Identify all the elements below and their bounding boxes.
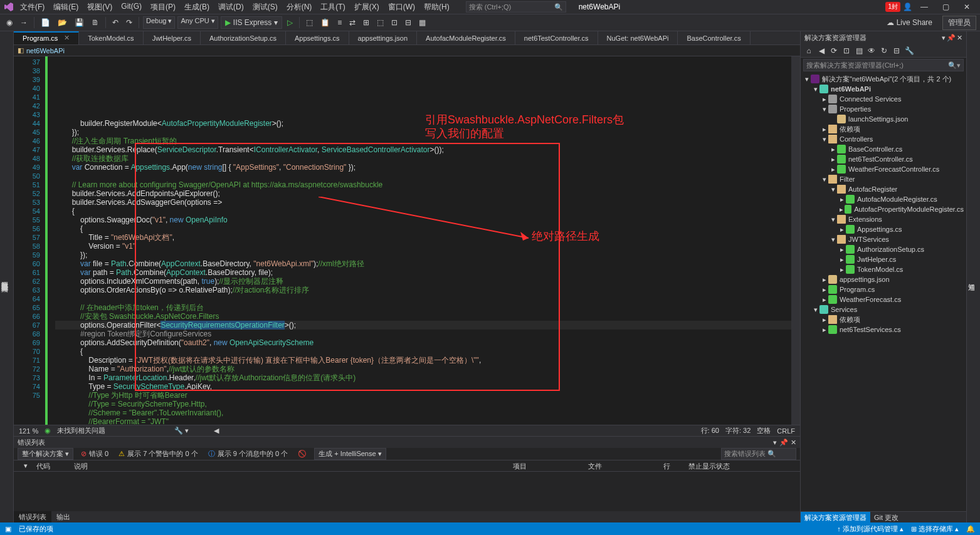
editor-tab[interactable]: net6TestController.cs	[515, 31, 598, 44]
tab-close-icon[interactable]: ✕	[64, 34, 70, 42]
tb-icon-4[interactable]: ⇄	[347, 17, 358, 28]
panel-tab[interactable]: 错误列表	[14, 511, 51, 522]
right-tool-rail[interactable]: 通知	[966, 31, 980, 522]
nav-fwd-icon[interactable]: →	[18, 17, 30, 28]
expand-icon[interactable]: ▸	[838, 205, 845, 214]
menu-item[interactable]: 项目(P)	[147, 1, 179, 14]
nav-left-icon[interactable]: ◀	[214, 427, 219, 435]
code-text-area[interactable]: 引用Swashbuckle.AspNetCore.Filters包 写入我们的配…	[55, 56, 791, 425]
error-col-header[interactable]: 说明	[68, 460, 507, 471]
admin-button[interactable]: 管理员	[942, 16, 976, 30]
editor-tab[interactable]: appsettings.json	[349, 31, 418, 44]
expand-icon[interactable]: ▸	[830, 155, 837, 164]
warnings-filter[interactable]: ⚠展示 7 个警告中的 0 个	[116, 449, 200, 459]
menu-item[interactable]: 扩展(X)	[350, 1, 383, 14]
se-properties-icon[interactable]: 🔧	[904, 45, 915, 56]
menu-item[interactable]: 工具(T)	[317, 1, 349, 14]
tree-item[interactable]: ▸AutofacPropertityModuleRegister.cs	[801, 204, 966, 214]
close-button[interactable]: ✕	[957, 1, 976, 13]
expand-icon[interactable]: ▸	[838, 266, 846, 274]
solution-panel-tab[interactable]: 解决方案资源管理器	[801, 512, 870, 522]
expand-icon[interactable]: ▸	[830, 165, 837, 174]
save-icon[interactable]: 💾	[72, 17, 87, 28]
se-refresh-icon[interactable]: ↻	[878, 45, 890, 56]
error-col-header[interactable]: 文件	[582, 460, 657, 471]
minimize-button[interactable]: —	[915, 1, 934, 13]
tb-icon-9[interactable]: ▦	[416, 17, 428, 28]
tree-item[interactable]: ▸WeatherForecastController.cs	[801, 164, 966, 174]
error-columns-header[interactable]: ▾代码说明项目文件行禁止显示状态	[14, 460, 800, 472]
menu-item[interactable]: 文件(F)	[16, 1, 48, 14]
expand-icon[interactable]: ▾	[803, 75, 811, 83]
tree-item[interactable]: ▾解决方案"net6WebApi"(2 个项目，共 2 个)	[801, 74, 966, 84]
build-filter-selector[interactable]: 生成 + IntelliSense ▾	[314, 448, 386, 460]
account-icon[interactable]: 👤	[903, 3, 912, 11]
editor-tab[interactable]: Appsettings.cs	[286, 31, 349, 44]
expand-icon[interactable]: ▾	[812, 306, 819, 314]
se-collapse-icon[interactable]: ⊟	[891, 45, 902, 56]
tree-item[interactable]: ▸Appsettings.cs	[801, 224, 966, 234]
panel-dropdown-icon[interactable]: ▾	[942, 34, 946, 42]
minimap-scrollbar[interactable]	[791, 56, 800, 425]
tree-item[interactable]: launchSettings.json	[801, 114, 966, 124]
editor-tab[interactable]: BaseController.cs	[678, 31, 750, 44]
expand-icon[interactable]: ▸	[838, 246, 846, 254]
save-all-icon[interactable]: 🗎	[89, 17, 102, 28]
menu-item[interactable]: 视图(V)	[83, 1, 116, 14]
tree-item[interactable]: ▸TokenModel.cs	[801, 264, 966, 274]
expand-icon[interactable]: ▸	[821, 316, 828, 324]
se-scope-icon[interactable]: ⊡	[841, 45, 852, 56]
expand-icon[interactable]: ▾	[830, 236, 837, 244]
solution-tree[interactable]: ▾解决方案"net6WebApi"(2 个项目，共 2 个)▾net6WebAP…	[801, 73, 966, 511]
breadcrumb-bar[interactable]: ◧ net6WebAPi	[14, 45, 800, 56]
tb-icon-1[interactable]: ⬚	[303, 17, 315, 28]
tree-item[interactable]: ▸依赖项	[801, 314, 966, 325]
search-icon[interactable]: 🔍	[554, 3, 563, 11]
expand-icon[interactable]: ▾	[821, 135, 828, 143]
se-home-icon[interactable]: ⌂	[803, 45, 814, 56]
errors-filter[interactable]: ⊘错误 0	[78, 449, 111, 459]
menu-item[interactable]: 生成(B)	[181, 1, 213, 14]
tree-item[interactable]: ▸AuthorizationSetup.cs	[801, 244, 966, 254]
whitespace-mode[interactable]: 空格	[757, 426, 771, 435]
new-item-icon[interactable]: 📄	[38, 17, 53, 28]
expand-icon[interactable]: ▸	[821, 326, 828, 334]
eol-mode[interactable]: CRLF	[777, 427, 795, 435]
left-tool-rail[interactable]: 数据源 服务器资源管理器 工具箱	[0, 31, 14, 522]
expand-icon[interactable]: ▸	[838, 195, 846, 204]
screwdriver-icon[interactable]: 🔧 ▾	[174, 427, 189, 435]
tb-icon-6[interactable]: ⬚	[374, 17, 386, 28]
tree-item[interactable]: ▸BaseController.cs	[801, 144, 966, 154]
start-no-debug-icon[interactable]: ▷	[285, 17, 295, 28]
menu-item[interactable]: 分析(N)	[283, 1, 316, 14]
suppress-filter[interactable]: 🚫	[295, 449, 309, 459]
caret-line[interactable]: 行: 60	[701, 426, 719, 435]
tb-icon-2[interactable]: 📋	[318, 17, 332, 28]
se-filter-icon[interactable]: ▤	[853, 45, 865, 56]
issues-text[interactable]: 未找到相关问题	[57, 426, 105, 435]
tree-item[interactable]: ▸JwtHelper.cs	[801, 254, 966, 264]
panel-close-icon[interactable]: ✕	[957, 34, 962, 42]
tree-item[interactable]: ▸net6TestController.cs	[801, 154, 966, 164]
tree-item[interactable]: ▸依赖项	[801, 124, 966, 134]
tree-item[interactable]: ▾Services	[801, 304, 966, 314]
expand-icon[interactable]: ▸	[838, 226, 846, 234]
nav-back-icon[interactable]: ◉	[4, 17, 15, 28]
menu-item[interactable]: 帮助(H)	[420, 1, 453, 14]
panel-pin-icon[interactable]: 📌	[947, 34, 956, 42]
solution-search-input[interactable]: 搜索解决方案资源管理器(Ctrl+;) 🔍▾	[803, 59, 964, 71]
live-share-button[interactable]: ☁ Live Share	[883, 17, 936, 28]
error-col-header[interactable]: 行	[657, 460, 682, 471]
tree-item[interactable]: ▸WeatherForecast.cs	[801, 294, 966, 304]
tb-icon-7[interactable]: ⊡	[389, 17, 400, 28]
panel-dropdown-icon[interactable]: ▾	[773, 439, 777, 447]
expand-icon[interactable]: ▸	[821, 95, 828, 103]
panel-close-icon[interactable]: ✕	[791, 439, 796, 447]
expand-icon[interactable]: ▸	[821, 296, 828, 304]
tree-item[interactable]: ▾net6WebAPi	[801, 84, 966, 94]
maximize-button[interactable]: ▢	[936, 1, 955, 13]
editor-tab[interactable]: AuthorizationSetup.cs	[201, 31, 286, 44]
editor-tab[interactable]: NuGet: net6WebAPi	[598, 31, 678, 44]
tree-item[interactable]: ▾Properties	[801, 104, 966, 114]
expand-icon[interactable]: ▾	[812, 85, 819, 93]
